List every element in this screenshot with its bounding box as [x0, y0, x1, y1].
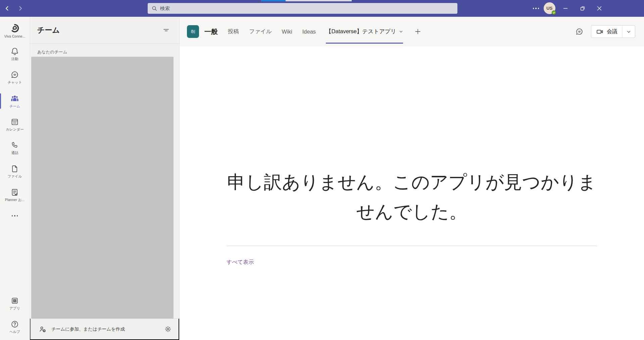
tab-posts[interactable]: 投稿: [228, 17, 239, 46]
search-box[interactable]: [148, 3, 457, 14]
tab-content: 申し訳ありません。このアプリが見つかりませんでした。 すべて表示: [180, 46, 644, 340]
rail-item-planner[interactable]: Planner お...: [0, 183, 30, 207]
meet-options-button[interactable]: [623, 26, 635, 38]
user-avatar[interactable]: US: [544, 2, 555, 14]
teams-panel-header: チーム: [30, 17, 179, 44]
app-rail: Viva Conne... 活動 チャット チーム カレンダー 通話 ファイル: [0, 17, 30, 340]
show-all-link[interactable]: すべて表示: [227, 259, 254, 266]
titlebar: US: [0, 0, 644, 17]
meet-split-button: 会議: [591, 25, 635, 38]
rail-item-label: チャット: [8, 80, 22, 85]
apps-grid-icon: [10, 296, 19, 305]
titlebar-more-button[interactable]: [531, 6, 541, 11]
content-divider: [227, 246, 597, 246]
rail-item-files[interactable]: ファイル: [0, 160, 30, 183]
rail-item-help[interactable]: ヘルプ: [0, 315, 30, 339]
phone-icon: [10, 141, 19, 150]
search-icon: [152, 6, 157, 11]
rail-item-label: カレンダー: [6, 127, 23, 132]
calendar-icon: [10, 117, 19, 126]
avatar-initials: US: [546, 6, 553, 11]
file-icon: [10, 164, 19, 173]
rail-item-activity[interactable]: 活動: [0, 42, 30, 66]
filter-icon: [162, 27, 170, 34]
rail-spacer: [0, 225, 30, 292]
rail-item-label: Planner お...: [5, 198, 25, 202]
rail-item-label: ファイル: [8, 174, 22, 179]
chat-bubble-icon: [10, 70, 19, 79]
chevron-left-icon: [4, 5, 10, 11]
rail-item-calendar[interactable]: カレンダー: [0, 113, 30, 136]
tasks-checklist-icon: [10, 188, 19, 197]
top-edge-light-segment: [286, 0, 352, 1]
channel-name: 一般: [204, 27, 218, 36]
tab-wiki[interactable]: Wiki: [282, 17, 292, 46]
meet-button[interactable]: 会議: [591, 26, 622, 38]
restore-button[interactable]: [576, 0, 589, 17]
minimize-icon: [563, 6, 568, 11]
tab-ideas[interactable]: Ideas: [302, 17, 316, 46]
video-camera-icon: [596, 28, 604, 36]
close-button[interactable]: [593, 0, 606, 17]
chevron-down-icon: [399, 30, 403, 34]
close-icon: [597, 6, 602, 11]
plus-icon: [414, 28, 421, 35]
top-edge-blue-segment: [261, 0, 286, 1]
main-area: 削 一般 投稿 ファイル Wiki Ideas 【Dataverse】テストアプ…: [180, 17, 644, 340]
chevron-down-icon: [627, 30, 631, 34]
redacted-team-list: [31, 57, 174, 319]
team-avatar-text: 削: [191, 29, 195, 35]
chat-bubble-icon: [575, 28, 584, 36]
add-tab-button[interactable]: [414, 17, 421, 46]
channel-header: 削 一般 投稿 ファイル Wiki Ideas 【Dataverse】テストアプ…: [180, 17, 644, 46]
rail-item-label: 通話: [11, 151, 18, 155]
teams-panel: チーム あなたのチーム チームに参加、またはチームを作成: [30, 17, 180, 340]
rail-item-label: Viva Conne...: [4, 34, 26, 38]
ellipsis-icon: [533, 8, 534, 9]
person-add-icon: [39, 325, 47, 333]
presence-available-icon: [552, 10, 556, 15]
rail-more-apps-button[interactable]: [0, 207, 30, 225]
back-button[interactable]: [3, 4, 11, 13]
app-not-found-message: 申し訳ありません。このアプリが見つかりませんでした。: [227, 167, 597, 226]
minimize-button[interactable]: [559, 0, 572, 17]
channel-chat-button[interactable]: [574, 26, 585, 37]
team-avatar: 削: [187, 25, 199, 38]
rail-item-viva-connections[interactable]: Viva Conne...: [0, 19, 30, 42]
join-or-create-team-button[interactable]: チームに参加、またはチームを作成: [30, 319, 179, 340]
tab-dataverse-test-app[interactable]: 【Dataverse】テストアプリ: [326, 17, 403, 46]
teams-people-icon: [10, 94, 19, 103]
tab-files[interactable]: ファイル: [249, 17, 272, 46]
join-or-create-team-label: チームに参加、またはチームを作成: [51, 326, 159, 332]
bell-icon: [10, 47, 19, 56]
more-apps-ellipsis-icon: [12, 215, 18, 216]
restore-icon: [580, 5, 586, 11]
channel-tabs: 投稿 ファイル Wiki Ideas 【Dataverse】テストアプリ: [228, 17, 421, 46]
rail-item-label: アプリ: [9, 306, 20, 311]
meet-button-label: 会議: [607, 28, 617, 35]
your-teams-section-label: あなたのチーム: [37, 49, 179, 55]
help-question-icon: [10, 320, 19, 329]
teams-panel-title: チーム: [37, 25, 60, 35]
rail-item-apps[interactable]: アプリ: [0, 292, 30, 315]
app-error-container: 申し訳ありません。このアプリが見つかりませんでした。 すべて表示: [227, 167, 597, 266]
nav-buttons: [3, 0, 25, 17]
gear-icon[interactable]: [164, 325, 172, 333]
rail-item-calls[interactable]: 通話: [0, 136, 30, 160]
rail-item-label: チーム: [9, 104, 20, 109]
chevron-right-icon: [17, 5, 23, 11]
rail-item-teams[interactable]: チーム: [0, 89, 30, 113]
rail-item-chat[interactable]: チャット: [0, 66, 30, 89]
search-input[interactable]: [160, 6, 453, 11]
rail-item-label: ヘルプ: [9, 330, 20, 334]
app-shell: Viva Conne... 活動 チャット チーム カレンダー 通話 ファイル: [0, 17, 644, 340]
forward-button[interactable]: [16, 4, 25, 13]
channel-header-actions: 会議: [574, 25, 635, 38]
viva-connections-icon: [10, 23, 20, 33]
teams-filter-button[interactable]: [161, 25, 171, 35]
rail-item-label: 活動: [11, 57, 18, 61]
